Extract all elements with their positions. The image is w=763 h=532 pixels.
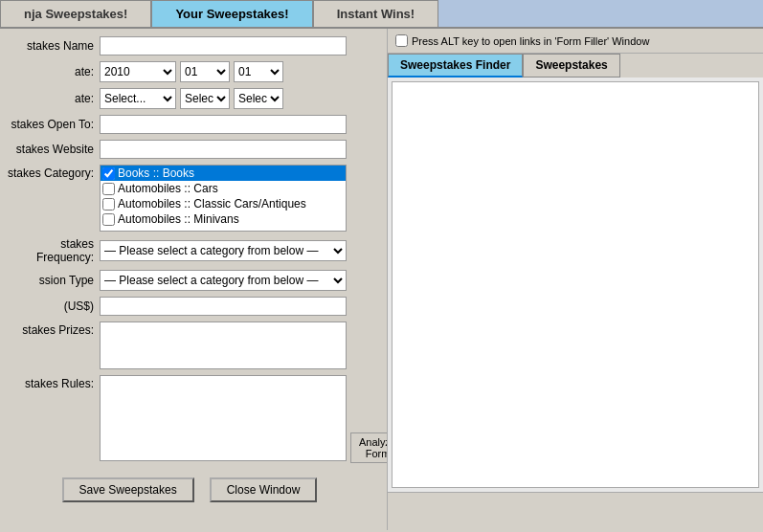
website-row: stakes Website — [0, 140, 379, 159]
prizes-label: stakes Prizes: — [4, 321, 100, 337]
sweepstakes-name-row: stakes Name — [0, 36, 379, 55]
main-tabs: nja Sweepstakes! Your Sweepstakes! Insta… — [0, 0, 763, 29]
start-month-select[interactable]: 01 — [180, 61, 230, 82]
end-date-row: ate: Select... Select... Select... — [0, 88, 379, 109]
right-panel: Press ALT key to open links in 'Form Fil… — [388, 29, 763, 530]
close-window-button[interactable]: Close Window — [210, 477, 318, 502]
category-item-books[interactable]: Books :: Books — [101, 166, 346, 181]
category-checkbox-books[interactable] — [102, 167, 115, 180]
category-listbox[interactable]: Books :: Books Automobiles :: Cars Autom… — [100, 165, 347, 232]
mission-select[interactable]: — Please select a category from below — — [100, 270, 347, 291]
form-filler-checkbox[interactable] — [395, 34, 408, 47]
rules-label: stakes Rules: — [4, 375, 100, 390]
mission-row: ssion Type — Please select a category fr… — [0, 270, 379, 291]
start-date-label: ate: — [4, 65, 100, 78]
website-input[interactable] — [100, 140, 347, 159]
save-sweepstakes-button[interactable]: Save Sweepstakes — [62, 477, 194, 502]
start-date-row: ate: 2010 01 01 — [0, 61, 379, 82]
end-date-selects: Select... Select... Select... — [100, 88, 283, 109]
website-label: stakes Website — [4, 143, 100, 156]
open-to-row: stakes Open To: — [0, 115, 379, 134]
category-row: stakes Category: Books :: Books Automobi… — [0, 165, 379, 232]
category-checkbox-classic[interactable] — [102, 198, 115, 211]
tab-ninja[interactable]: nja Sweepstakes! — [0, 0, 151, 27]
end-date-label: ate: — [4, 92, 100, 105]
tab-instant-wins[interactable]: Instant Wins! — [313, 0, 439, 27]
end-day-select[interactable]: Select... — [234, 88, 283, 109]
tab-sweepstakes[interactable]: Sweepstakes — [523, 54, 619, 78]
category-checkbox-minivans[interactable] — [102, 213, 115, 226]
frequency-label: stakes Frequency: — [4, 237, 100, 264]
category-item-minivans[interactable]: Automobiles :: Minivans — [101, 211, 346, 227]
value-row: (US$) — [0, 297, 379, 316]
category-label-minivans: Automobiles :: Minivans — [118, 212, 239, 226]
frequency-row: stakes Frequency: — Please select a cate… — [0, 237, 379, 264]
tab-your-sweepstakes[interactable]: Your Sweepstakes! — [151, 0, 312, 27]
value-input[interactable] — [100, 297, 347, 316]
right-content-area — [392, 81, 759, 488]
start-year-select[interactable]: 2010 — [100, 61, 176, 82]
prizes-row: stakes Prizes: — [0, 321, 379, 369]
form-filler-label: Press ALT key to open links in 'Form Fil… — [412, 35, 649, 47]
category-item-cars[interactable]: Automobiles :: Cars — [101, 181, 346, 196]
right-bottom-bar — [388, 492, 763, 530]
open-to-label: stakes Open To: — [4, 118, 100, 131]
form-filler-checkbox-row: Press ALT key to open links in 'Form Fil… — [388, 29, 763, 54]
category-item-classic[interactable]: Automobiles :: Classic Cars/Antiques — [101, 196, 346, 211]
sweepstakes-name-input[interactable] — [100, 36, 347, 55]
left-form-panel: stakes Name ate: 2010 01 01 ate: — [0, 29, 388, 530]
category-label-classic: Automobiles :: Classic Cars/Antiques — [118, 197, 306, 211]
category-label-books: Books :: Books — [118, 166, 194, 180]
sweepstakes-name-label: stakes Name — [4, 39, 100, 53]
category-label: stakes Category: — [4, 165, 100, 180]
open-to-input[interactable] — [100, 115, 347, 134]
start-day-select[interactable]: 01 — [234, 61, 283, 82]
right-panel-tabs: Sweepstakes Finder Sweepstakes — [388, 54, 763, 78]
frequency-select[interactable]: — Please select a category from below — — [100, 240, 347, 261]
analyze-form-button[interactable]: Analyze Form — [350, 432, 388, 463]
tab-sweepstakes-finder[interactable]: Sweepstakes Finder — [388, 54, 523, 78]
bottom-buttons-row: Save Sweepstakes Close Window — [0, 470, 379, 510]
rules-row: stakes Rules: Analyze Form — [0, 375, 379, 464]
end-month-select[interactable]: Select... — [180, 88, 230, 109]
prizes-textarea[interactable] — [100, 321, 347, 369]
value-label: (US$) — [4, 299, 100, 313]
category-checkbox-cars[interactable] — [102, 183, 115, 195]
start-date-selects: 2010 01 01 — [100, 61, 283, 82]
end-year-select[interactable]: Select... — [100, 88, 176, 109]
mission-label: ssion Type — [4, 274, 100, 287]
category-label-cars: Automobiles :: Cars — [118, 182, 218, 195]
rules-textarea[interactable] — [100, 375, 347, 461]
